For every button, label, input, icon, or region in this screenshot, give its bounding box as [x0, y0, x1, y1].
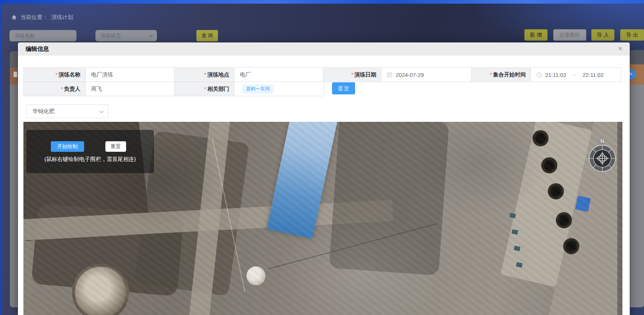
map-feature-blue-container	[575, 196, 591, 212]
breadcrumb-current: 演练计划	[51, 14, 73, 21]
modal-header: 编辑信息 ×	[18, 42, 630, 56]
map-feature-fan	[563, 238, 579, 254]
background-table-left-sliver	[10, 51, 18, 307]
exercise-name-filter-input[interactable]: 演练名称	[10, 30, 76, 41]
table-body-sliver	[630, 85, 644, 307]
required-mark: *	[351, 72, 353, 78]
breadcrumb: 当前位置： 演练计划	[11, 13, 73, 21]
map-feature-fan	[532, 130, 549, 146]
required-mark: *	[204, 86, 206, 92]
top-glow-bar	[0, 0, 644, 4]
area-select[interactable]: 华锦化肥	[26, 104, 109, 118]
home-icon	[11, 14, 17, 20]
exercise-status-filter-placeholder: 演练状态	[100, 33, 121, 38]
edit-info-modal: 编辑信息 × * 演练名称 电厂演练 * 演练地点 电厂 * 演练日期 2024…	[18, 42, 630, 315]
close-icon[interactable]: ×	[615, 44, 625, 54]
map-feature-strip	[617, 122, 622, 315]
breadcrumb-label: 当前位置：	[20, 14, 48, 21]
table-body-sliver	[10, 85, 18, 307]
map-feature-fan	[541, 157, 557, 173]
table-header-sliver	[10, 51, 18, 68]
map-feature-structures	[329, 122, 449, 275]
selected-row-sliver	[10, 68, 18, 85]
submit-button[interactable]: 提交	[332, 82, 355, 94]
export-button[interactable]: 导出	[620, 29, 644, 41]
exercise-name-filter-placeholder: 演练名称	[14, 33, 35, 38]
exercise-status-filter-select[interactable]: 演练状态	[95, 30, 157, 41]
compass-north-label: N	[588, 138, 617, 144]
background-table-right-sliver: ✎	[630, 50, 644, 307]
left-edge-strip	[0, 4, 1, 315]
start-draw-button[interactable]: 开始绘制	[51, 141, 84, 152]
assembly-time-label: * 集合开始时间	[472, 68, 531, 82]
assembly-time-start[interactable]: 21:11:02	[545, 72, 566, 78]
table-header-sliver	[630, 50, 644, 64]
map-feature-fan	[556, 212, 572, 228]
required-mark: *	[56, 72, 57, 78]
required-mark: *	[61, 86, 63, 92]
area-select-value: 华锦化肥	[33, 108, 54, 114]
reset-button[interactable]: 重置	[105, 141, 126, 152]
draw-control-panel: 开始绘制 重置 (鼠标右键绘制电子围栏，需首尾相连)	[26, 130, 154, 173]
row-checkbox-sliver	[14, 72, 17, 77]
exercise-location-field[interactable]: 电厂	[234, 68, 323, 82]
chevron-down-icon	[99, 109, 103, 113]
modal-title: 编辑信息	[26, 42, 49, 56]
exercise-name-field[interactable]: 电厂演练	[86, 68, 174, 82]
departments-label: * 相关部门	[174, 82, 234, 96]
query-button[interactable]: 查询	[196, 30, 218, 41]
calendar-icon	[387, 72, 392, 78]
leader-field[interactable]: 周飞	[86, 82, 174, 96]
clock-icon	[536, 72, 542, 78]
leader-label: * 负责人	[24, 82, 86, 96]
form-row-2: * 负责人 周飞 * 相关部门 原料一车间	[23, 82, 324, 96]
department-tag[interactable]: 原料一车间	[242, 84, 274, 94]
form-row-1: * 演练名称 电厂演练 * 演练地点 电厂 * 演练日期 2024-07-29 …	[23, 67, 621, 82]
aerial-map[interactable]: 开始绘制 重置 (鼠标右键绘制电子围栏，需首尾相连) N	[23, 122, 622, 315]
batch-delete-button[interactable]: 批量删除	[553, 29, 586, 41]
selected-row-sliver: ✎	[630, 64, 644, 85]
assembly-time-end[interactable]: 22:11:02	[583, 72, 603, 78]
app-root: { "page_background": { "breadcrumb": { "…	[0, 0, 644, 315]
departments-field[interactable]: 原料一车间	[234, 82, 323, 96]
map-compass[interactable]: N	[588, 138, 617, 173]
map-feature-dome	[246, 266, 265, 285]
assembly-time-field[interactable]: 21:11:02 - 22:11:02	[531, 68, 621, 82]
map-feature-fan	[548, 183, 564, 199]
exercise-location-label: * 演练地点	[174, 68, 234, 82]
exercise-name-label: * 演练名称	[24, 68, 86, 82]
chevron-down-icon	[149, 33, 153, 37]
exercise-date-field[interactable]: 2024-07-29	[381, 68, 472, 82]
map-feature-pump	[509, 213, 516, 218]
assembly-time-separator: -	[573, 72, 575, 78]
add-button[interactable]: 新增	[524, 29, 547, 41]
compass-dial-icon	[588, 144, 617, 173]
exercise-date-label: * 演练日期	[323, 68, 381, 82]
draw-hint-text: (鼠标右键绘制电子围栏，需首尾相连)	[26, 156, 154, 163]
required-mark: *	[204, 72, 206, 78]
required-mark: *	[490, 72, 492, 78]
import-button[interactable]: 导入	[591, 29, 614, 41]
